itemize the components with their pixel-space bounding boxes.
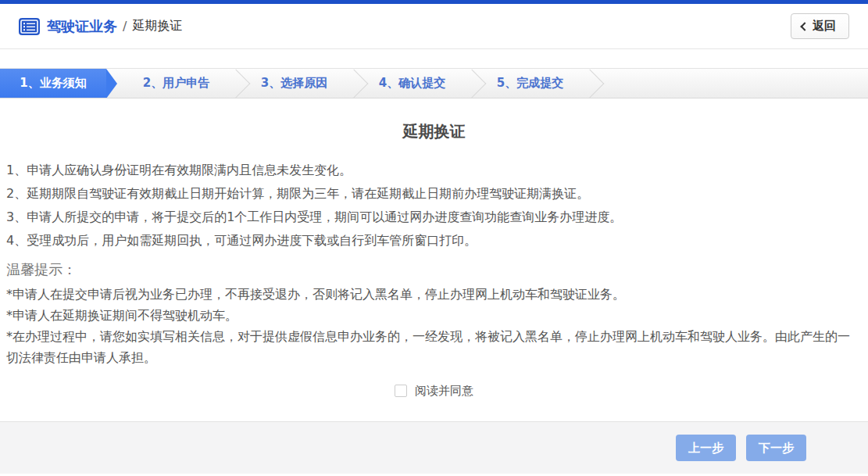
notice-line: 4、受理成功后，用户如需延期回执，可通过网办进度下载或自行到车管所窗口打印。 xyxy=(6,229,862,252)
back-button[interactable]: 返回 xyxy=(791,13,849,39)
active-step-arrow-icon xyxy=(106,69,117,98)
breadcrumb-current: 延期换证 xyxy=(132,18,182,34)
footer-action-bar: 上一步 下一步 xyxy=(0,421,868,474)
step-5-complete-submit: 5、完成提交 xyxy=(471,69,589,98)
step-3-select-reason: 3、选择原因 xyxy=(235,69,353,98)
step-4-confirm-submit: 4、确认提交 xyxy=(353,69,471,98)
step-1-business-notice: 1、业务须知 xyxy=(0,69,106,98)
notice-line: 2、延期期限自驾驶证有效期截止日期开始计算，期限为三年，请在延期截止日期前办理驾… xyxy=(6,182,862,206)
agree-checkbox[interactable] xyxy=(395,385,407,397)
main-content: 延期换证 1、申请人应确认身份证明在有效期限满内且信息未发生变化。 2、延期期限… xyxy=(0,121,868,400)
tip-line: *申请人在提交申请后视为业务已办理，不再接受退办，否则将记入黑名单，停止办理网上… xyxy=(6,284,862,305)
agree-row: 阅读并同意 xyxy=(6,381,862,400)
wizard-step-bar: 1、业务须知 2、用户申告 3、选择原因 4、确认提交 5、完成提交 xyxy=(0,68,868,98)
step-2-user-declaration: 2、用户申告 xyxy=(117,69,235,98)
step-label: 2、用户申告 xyxy=(143,76,209,91)
notice-line: 1、申请人应确认身份证明在有效期限满内且信息未发生变化。 xyxy=(6,159,862,182)
page-title: 延期换证 xyxy=(6,121,862,142)
page-header: 驾驶证业务 / 延期换证 返回 xyxy=(0,4,868,49)
list-icon xyxy=(19,18,40,35)
tip-line: *申请人在延期换证期间不得驾驶机动车。 xyxy=(6,305,862,326)
chevron-left-icon xyxy=(800,22,809,30)
header-step-gap xyxy=(0,49,868,68)
step-separator-icon xyxy=(576,70,605,98)
tip-line: *在办理过程中，请您如实填写相关信息，对于提供虚假信息申办业务的，一经发现，将被… xyxy=(6,326,862,368)
breadcrumb-separator: / xyxy=(123,19,127,34)
step-label: 1、业务须知 xyxy=(20,76,86,91)
previous-step-button[interactable]: 上一步 xyxy=(676,435,736,461)
tips-title: 温馨提示： xyxy=(6,256,862,284)
notice-line: 3、申请人所提交的申请，将于提交后的1个工作日内受理，期间可以通过网办进度查询功… xyxy=(6,206,862,229)
step-label: 4、确认提交 xyxy=(379,76,445,91)
breadcrumb: 驾驶证业务 / 延期换证 xyxy=(47,17,182,36)
step-label: 5、完成提交 xyxy=(497,76,563,91)
back-button-label: 返回 xyxy=(813,19,836,34)
next-step-button[interactable]: 下一步 xyxy=(746,435,806,461)
breadcrumb-root[interactable]: 驾驶证业务 xyxy=(47,17,117,36)
step-label: 3、选择原因 xyxy=(261,76,327,91)
agree-label[interactable]: 阅读并同意 xyxy=(415,384,473,399)
